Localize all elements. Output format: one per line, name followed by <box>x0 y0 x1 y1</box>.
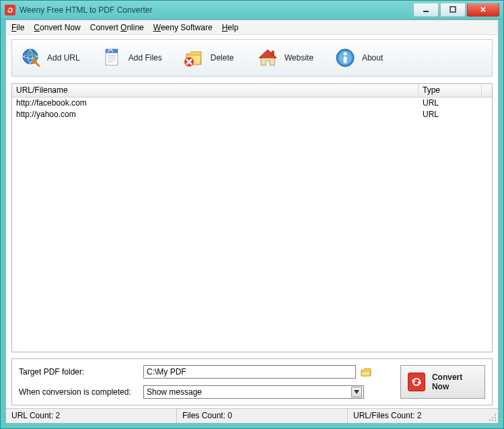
add-url-label: Add URL <box>47 53 80 63</box>
list-item-url: http://yahoo.com <box>12 109 419 120</box>
add-files-label: Add Files <box>129 53 162 63</box>
titlebar[interactable]: Weeny Free HTML to PDF Converter <box>1 1 503 20</box>
about-label: About <box>362 53 383 63</box>
column-header-spacer[interactable] <box>482 84 492 97</box>
minimize-button[interactable] <box>413 3 439 17</box>
svg-rect-16 <box>343 56 347 63</box>
completion-value: Show message <box>147 387 202 397</box>
status-total-count: URL/Files Count: 2 <box>348 409 486 423</box>
menu-convert-now[interactable]: Convert Now <box>34 23 80 32</box>
list-item-type: URL <box>419 98 482 109</box>
app-icon <box>5 5 15 15</box>
target-folder-label: Target PDF folder: <box>19 367 143 377</box>
completion-select[interactable]: Show message <box>143 385 364 399</box>
resize-grip-icon[interactable] <box>486 409 498 423</box>
menu-help[interactable]: Help <box>222 23 239 32</box>
menu-file[interactable]: File <box>11 23 24 32</box>
convert-label: Convert Now <box>432 373 478 391</box>
svg-point-20 <box>492 417 493 418</box>
website-label: Website <box>285 53 314 63</box>
status-files-count: Files Count: 0 <box>177 409 348 423</box>
status-bar: URL Count: 2 Files Count: 0 URL/Files Co… <box>6 408 498 423</box>
close-button[interactable] <box>467 3 499 17</box>
svg-point-19 <box>495 420 496 421</box>
svg-rect-0 <box>423 11 429 12</box>
svg-point-15 <box>343 52 347 56</box>
delete-label: Delete <box>211 53 234 63</box>
about-button[interactable]: About <box>331 44 398 72</box>
dropdown-arrow-icon <box>351 387 362 397</box>
target-folder-input[interactable] <box>143 365 356 379</box>
add-files-button[interactable]: A Add Files <box>98 44 173 72</box>
svg-point-17 <box>495 414 496 416</box>
status-url-count: URL Count: 2 <box>6 409 177 423</box>
toolbar: Add URL A Add Files <box>11 39 493 77</box>
document-icon: A <box>100 46 123 69</box>
column-header-type[interactable]: Type <box>419 84 482 97</box>
options-panel: Target PDF folder: When conversion is co… <box>11 358 493 405</box>
column-header-url[interactable]: URL/Filename <box>12 84 419 97</box>
browse-folder-button[interactable] <box>360 366 372 378</box>
home-icon <box>256 46 279 69</box>
completion-label: When conversion is completed: <box>19 387 143 397</box>
convert-now-button[interactable]: Convert Now <box>400 365 485 399</box>
svg-text:A: A <box>108 46 113 54</box>
file-list: URL/Filename Type http://facebook.com UR… <box>11 83 493 352</box>
svg-rect-1 <box>450 7 456 12</box>
menu-convert-online[interactable]: Convert Online <box>90 23 144 32</box>
globe-icon <box>19 46 42 69</box>
info-icon <box>334 46 357 69</box>
list-item-url: http://facebook.com <box>12 98 419 109</box>
maximize-button[interactable] <box>440 3 466 17</box>
svg-point-22 <box>489 420 491 421</box>
delete-button[interactable]: Delete <box>180 44 247 72</box>
list-item[interactable]: http://facebook.com URL <box>12 98 492 109</box>
list-item-type: URL <box>419 109 482 120</box>
delete-folder-icon <box>182 46 205 69</box>
website-button[interactable]: Website <box>254 44 324 72</box>
menubar: File Convert Now Convert Online Weeny So… <box>6 20 498 35</box>
svg-point-21 <box>492 420 493 421</box>
svg-point-18 <box>495 417 496 418</box>
list-item[interactable]: http://yahoo.com URL <box>12 109 492 120</box>
add-url-button[interactable]: Add URL <box>16 44 91 72</box>
menu-weeny-software[interactable]: Weeny Software <box>153 23 213 32</box>
convert-icon <box>408 373 425 391</box>
svg-rect-12 <box>272 51 274 55</box>
window-title: Weeny Free HTML to PDF Converter <box>20 5 152 15</box>
